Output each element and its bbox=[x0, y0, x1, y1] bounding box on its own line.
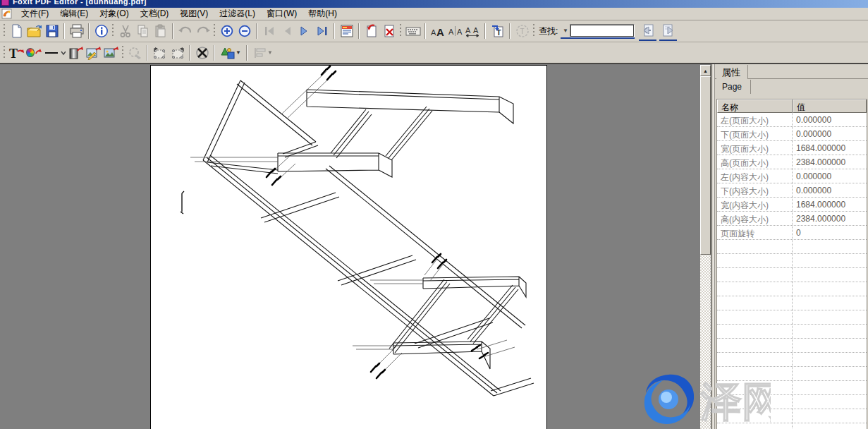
scrollbar-thumb[interactable] bbox=[700, 76, 711, 255]
font-kerning-button[interactable]: AA bbox=[446, 23, 464, 40]
find-previous-button[interactable] bbox=[639, 22, 656, 40]
toolbar-grip[interactable] bbox=[532, 24, 534, 38]
paste-button[interactable] bbox=[152, 23, 169, 40]
svg-text:A: A bbox=[448, 28, 454, 36]
zoom-in-icon bbox=[220, 24, 234, 38]
scroll-up-button[interactable]: ▲ bbox=[700, 65, 711, 76]
panel-title-tab[interactable]: 属性 bbox=[716, 65, 748, 79]
redo-button[interactable] bbox=[194, 23, 212, 40]
column-header-value[interactable]: 值 bbox=[793, 99, 867, 113]
table-row[interactable]: 宽(页面大小)1684.000000 bbox=[717, 141, 867, 155]
next-page-button[interactable] bbox=[295, 23, 313, 40]
import-text-button[interactable]: T bbox=[489, 23, 506, 40]
separator bbox=[509, 23, 511, 39]
first-page-button[interactable] bbox=[260, 23, 278, 40]
table-row[interactable]: 高(内容大小)2384.000000 bbox=[717, 212, 867, 226]
menu-view[interactable]: 视图(V) bbox=[174, 7, 214, 21]
keyboard-button[interactable] bbox=[404, 23, 422, 40]
print-button[interactable] bbox=[68, 23, 85, 40]
previous-page-button[interactable] bbox=[278, 23, 295, 40]
line-style-button[interactable] bbox=[43, 44, 67, 61]
table-row[interactable]: 左(页面大小)0.000000 bbox=[717, 113, 867, 127]
table-header: 名称 值 bbox=[717, 99, 867, 113]
keyboard-icon bbox=[405, 25, 421, 37]
printer-icon bbox=[69, 24, 85, 38]
toolbar-grip[interactable] bbox=[111, 24, 114, 38]
table-row[interactable]: 宽(内容大小)1684.000000 bbox=[717, 198, 867, 212]
prop-name: 宽(页面大小) bbox=[717, 141, 793, 155]
send-backward-button[interactable] bbox=[151, 44, 169, 61]
find-next-icon bbox=[661, 23, 676, 37]
toolbar-grip[interactable] bbox=[3, 24, 5, 38]
font-size-button[interactable]: AA bbox=[429, 23, 446, 40]
page-layout-button[interactable] bbox=[338, 23, 355, 40]
add-shading-button[interactable] bbox=[67, 44, 85, 61]
menu-filter[interactable]: 过滤器(L) bbox=[214, 7, 261, 21]
prop-value: 0.000000 bbox=[793, 183, 867, 197]
align-objects-button[interactable]: ▼ bbox=[250, 44, 276, 61]
column-header-name[interactable]: 名称 bbox=[717, 99, 793, 113]
menu-object[interactable]: 对象(O) bbox=[94, 7, 134, 21]
save-document-button[interactable] bbox=[43, 23, 61, 40]
toolbar-grip[interactable] bbox=[121, 46, 123, 60]
table-row[interactable]: 页面旋转0 bbox=[717, 226, 867, 240]
find-next-button[interactable] bbox=[659, 22, 677, 40]
table-row[interactable]: 左(内容大小)0.000000 bbox=[717, 169, 867, 183]
add-text-button[interactable]: T bbox=[8, 44, 25, 61]
add-image-button[interactable] bbox=[102, 44, 120, 61]
last-page-button[interactable] bbox=[313, 23, 331, 40]
copy-button[interactable] bbox=[134, 23, 152, 40]
undo-button[interactable] bbox=[176, 23, 194, 40]
toolbar-grip[interactable] bbox=[213, 24, 215, 38]
scissors-icon bbox=[118, 24, 133, 38]
zoom-out-button[interactable] bbox=[236, 23, 253, 40]
rotate-page-button[interactable] bbox=[362, 23, 380, 40]
table-row-empty bbox=[717, 282, 867, 296]
find-previous-icon bbox=[641, 23, 655, 37]
add-text-icon: T bbox=[8, 46, 25, 60]
shapes-icon bbox=[220, 46, 236, 60]
cut-button[interactable] bbox=[116, 23, 134, 40]
edit-path-button[interactable] bbox=[126, 44, 144, 61]
prop-name: 左(页面大小) bbox=[717, 113, 793, 126]
toolbar-grip[interactable] bbox=[399, 24, 401, 38]
find-input[interactable] bbox=[570, 24, 635, 37]
title-bar: Foxit PDF Editor - [dunhuang.pdf] bbox=[0, 0, 868, 8]
table-row-empty bbox=[717, 423, 867, 429]
delete-page-button[interactable] bbox=[380, 23, 398, 40]
menu-document[interactable]: 文档(D) bbox=[135, 7, 175, 21]
document-window-icon[interactable] bbox=[1, 8, 13, 19]
pdf-page[interactable] bbox=[150, 65, 547, 429]
open-document-button[interactable] bbox=[25, 23, 43, 40]
prop-name: 下(内容大小) bbox=[717, 183, 793, 197]
menu-file[interactable]: 文件(F) bbox=[16, 7, 54, 21]
tab-page[interactable]: Page bbox=[716, 80, 751, 94]
separator bbox=[358, 23, 360, 39]
bring-forward-icon bbox=[170, 46, 185, 60]
table-row[interactable]: 下(页面大小)0.000000 bbox=[717, 127, 867, 141]
zoom-in-button[interactable] bbox=[218, 23, 236, 40]
svg-text:A: A bbox=[436, 26, 444, 37]
menu-edit[interactable]: 编辑(E) bbox=[54, 7, 94, 21]
table-row[interactable]: 下(内容大小)0.000000 bbox=[717, 183, 867, 198]
add-shape-button[interactable]: ▼ bbox=[218, 44, 243, 61]
font-spacing-button[interactable]: AA bbox=[464, 23, 482, 40]
menu-help[interactable]: 帮助(H) bbox=[302, 7, 343, 21]
vertical-scrollbar[interactable]: ▲ bbox=[700, 65, 711, 429]
bring-forward-button[interactable] bbox=[169, 44, 186, 61]
new-document-button[interactable] bbox=[8, 23, 25, 40]
delete-object-button[interactable] bbox=[193, 44, 211, 61]
prop-value: 2384.000000 bbox=[793, 155, 867, 169]
document-info-button[interactable] bbox=[92, 23, 110, 40]
text-circle-button[interactable]: T bbox=[513, 23, 531, 40]
menu-window[interactable]: 窗口(W) bbox=[261, 7, 302, 21]
find-dropdown-button[interactable]: ▼ bbox=[561, 24, 570, 37]
app-icon bbox=[1, 0, 9, 6]
table-row-empty bbox=[717, 353, 867, 367]
font-kerning-icon: AA bbox=[448, 25, 463, 37]
add-color-button[interactable] bbox=[25, 44, 43, 61]
edit-image-button[interactable] bbox=[85, 44, 102, 61]
table-row[interactable]: 高(页面大小)2384.000000 bbox=[717, 155, 867, 169]
table-row-empty bbox=[717, 395, 867, 409]
toolbar-grip[interactable] bbox=[3, 46, 5, 60]
